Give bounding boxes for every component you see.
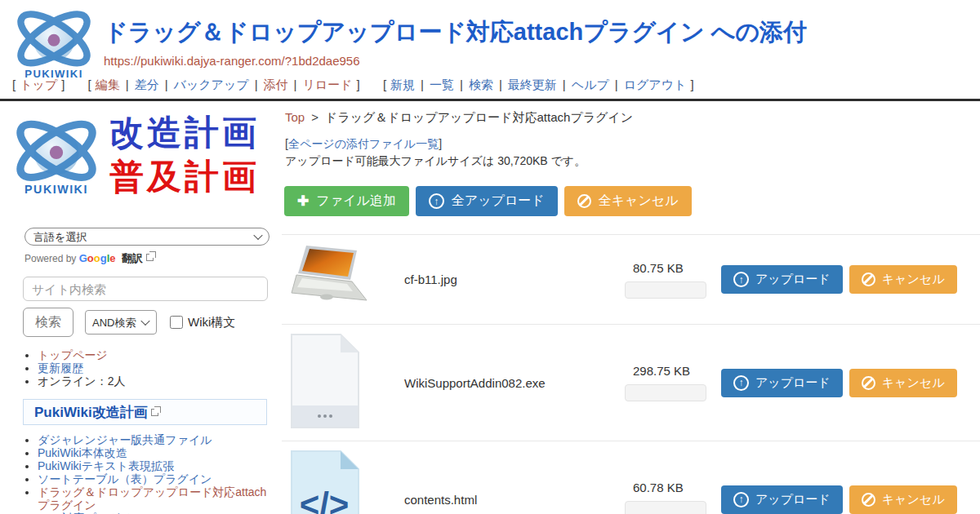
file-meta: 60.78 KB — [625, 481, 721, 514]
page-title: ドラッグ＆ドロップアップロード対応attachプラグイン への添付 — [104, 16, 807, 49]
laptop-photo-icon — [290, 243, 368, 313]
list-item: PukiWiki本体改造 — [38, 446, 277, 459]
sidebar-online-count: オンライン：2人 — [38, 374, 125, 388]
language-select[interactable]: 言語を選択 — [24, 228, 270, 246]
cancel-button[interactable]: キャンセル — [849, 265, 957, 294]
file-name: contents.html — [404, 493, 625, 507]
list-item: ソートテーブル（表）プラグイン — [38, 472, 277, 485]
wiki-syntax-checkbox[interactable] — [170, 316, 183, 329]
list-item: オンライン：2人 — [38, 374, 277, 388]
cancel-icon — [862, 273, 875, 286]
sidebar-logo[interactable]: PUKIWIKI 改造計画 普及計画 — [7, 110, 260, 200]
nav-item-list[interactable]: 一覧 — [430, 78, 454, 91]
sidebar-section-header: PukiWiki改造計画 — [23, 399, 267, 425]
nav-group-page: [編集|差分|バックアップ|添付|リロード] — [84, 78, 364, 91]
nav-item-backup[interactable]: バックアップ — [174, 78, 249, 91]
upload-arrow-icon: ↑ — [733, 272, 749, 287]
sidebar-item-dnd-attach[interactable]: ドラッグ＆ドロップアップロード対応attachプラグイン — [38, 485, 266, 512]
nav-item-logout[interactable]: ログアウト — [624, 78, 687, 91]
main-content: Top>ドラッグ＆ドロップアップロード対応attachプラグイン [全ページの添… — [282, 104, 980, 514]
sidebar-item-text-extension[interactable]: PukiWikiテキスト表現拡張 — [38, 459, 174, 472]
file-name: cf-b11.jpg — [404, 273, 625, 286]
file-row: </> contents.html 60.78 KB ↑ アップロード キャンセ… — [282, 441, 980, 514]
logo-line-kaizou: 改造計画 — [109, 111, 260, 155]
breadcrumb: Top>ドラッグ＆ドロップアップロード対応attachプラグイン — [285, 110, 633, 126]
wiki-syntax-label: Wiki構文 — [188, 315, 235, 330]
search-button[interactable]: 検索 — [23, 308, 74, 337]
google-logo: Google — [79, 253, 118, 264]
add-file-button[interactable]: ✚ ファイル追加 — [284, 186, 409, 216]
sidebar-logo-text: 改造計画 普及計画 — [109, 111, 260, 199]
page-url-link[interactable]: https://pukiwiki.dajya-ranger.com/?1bd2d… — [104, 54, 360, 68]
nav-item-reload[interactable]: リロード — [302, 78, 352, 91]
list-item: 更新履歴 — [38, 361, 277, 374]
upload-button[interactable]: ↑ アップロード — [721, 265, 843, 294]
file-meta: 298.75 KB — [625, 364, 721, 401]
pukiwiki-logo-icon[interactable]: PUKIWIKI — [8, 2, 100, 86]
list-item: ドラッグ＆ドロップアップロード対応attachプラグイン — [38, 485, 277, 512]
html-file-icon: </> — [290, 449, 360, 514]
external-link-icon — [146, 254, 154, 261]
cancel-icon — [862, 493, 875, 507]
file-row: cf-b11.jpg 80.75 KB ↑ アップロード キャンセル — [282, 234, 980, 324]
list-item: ダジャレンジャー版共通ファイル — [38, 433, 277, 446]
progress-bar — [625, 501, 706, 514]
pukiwiki-atom-icon: PUKIWIKI — [7, 110, 106, 200]
nav-item-recent[interactable]: 最終更新 — [508, 78, 557, 91]
attach-list-line: [全ページの添付ファイル一覧] — [285, 137, 442, 152]
search-mode-select[interactable]: AND検索 — [85, 310, 157, 335]
logo-wordmark: PUKIWIKI — [24, 183, 88, 196]
cancel-button[interactable]: キャンセル — [849, 369, 957, 397]
upload-arrow-icon: ↑ — [733, 492, 749, 507]
file-row: WikiSupportAddin082.exe 298.75 KB ↑ アップロ… — [282, 324, 980, 441]
file-name: WikiSupportAddin082.exe — [404, 376, 625, 390]
all-attachments-link[interactable]: 全ページの添付ファイル一覧 — [288, 137, 439, 150]
sidebar-item-top-page[interactable]: トップページ — [38, 348, 108, 361]
nav-item-top[interactable]: トップ — [20, 78, 57, 91]
google-translate-attribution: Powered by Google 翻訳 — [24, 251, 154, 266]
cancel-all-button[interactable]: 全キャンセル — [564, 186, 692, 216]
sidebar-item-common-files[interactable]: ダジャレンジャー版共通ファイル — [38, 433, 212, 446]
plus-icon: ✚ — [297, 194, 309, 208]
upload-button[interactable]: ↑ アップロード — [721, 485, 843, 514]
cancel-button[interactable]: キャンセル — [849, 485, 957, 514]
external-link-icon — [151, 409, 158, 416]
breadcrumb-top-link[interactable]: Top — [285, 110, 305, 124]
search-controls: 検索 AND検索 Wiki構文 — [23, 308, 235, 337]
nav-item-attach[interactable]: 添付 — [264, 78, 288, 91]
upload-button[interactable]: ↑ アップロード — [721, 369, 843, 397]
sidebar-item-sort-table[interactable]: ソートテーブル（表）プラグイン — [38, 472, 212, 485]
generic-file-icon — [290, 332, 360, 430]
site-search-input[interactable] — [23, 277, 268, 301]
nav-item-help[interactable]: ヘルプ — [572, 78, 609, 91]
file-size: 60.78 KB — [633, 481, 721, 494]
nav-item-search[interactable]: 検索 — [469, 78, 493, 91]
top-navigation: [トップ] [編集|差分|バックアップ|添付|リロード] [新規|一覧|検索|最… — [8, 78, 710, 93]
nav-item-new[interactable]: 新規 — [390, 78, 415, 91]
sidebar-links-top: トップページ 更新履歴 オンライン：2人 — [38, 348, 277, 388]
page-header: PUKIWIKI ドラッグ＆ドロップアップロード対応attachプラグイン への… — [0, 0, 980, 101]
list-item: PukiWikiテキスト表現拡張 — [38, 459, 277, 472]
max-upload-size-text: アップロード可能最大ファイルサイズは 30,720KB です。 — [285, 154, 586, 169]
sidebar-item-core-mod[interactable]: PukiWiki本体改造 — [38, 446, 127, 459]
cancel-icon — [862, 376, 875, 390]
nav-item-edit[interactable]: 編集 — [96, 78, 120, 91]
sidebar-section-link[interactable]: PukiWiki改造計画 — [34, 403, 148, 422]
file-thumbnail-generic — [282, 332, 404, 433]
breadcrumb-current: ドラッグ＆ドロップアップロード対応attachプラグイン — [325, 110, 633, 124]
upload-all-button[interactable]: ↑ 全アップロード — [416, 186, 558, 216]
progress-bar — [625, 281, 706, 299]
nav-group-site: [新規|一覧|検索|最終更新|ヘルプ|ログアウト] — [379, 78, 698, 91]
file-size: 80.75 KB — [633, 261, 721, 275]
code-glyph: </> — [300, 485, 350, 514]
file-actions: ↑ アップロード キャンセル — [721, 369, 957, 397]
file-thumbnail-html: </> — [282, 449, 404, 514]
upload-arrow-icon: ↑ — [733, 375, 749, 391]
sidebar: PUKIWIKI 改造計画 普及計画 言語を選択 Powered by Goog… — [0, 104, 282, 514]
logo-line-fukyuu: 普及計画 — [109, 155, 260, 199]
file-thumbnail-laptop — [282, 243, 404, 317]
translate-link[interactable]: 翻訳 — [122, 252, 143, 264]
nav-group-top: [トップ] — [8, 78, 69, 91]
sidebar-item-update-history[interactable]: 更新履歴 — [38, 361, 83, 374]
nav-item-diff[interactable]: 差分 — [135, 78, 159, 91]
